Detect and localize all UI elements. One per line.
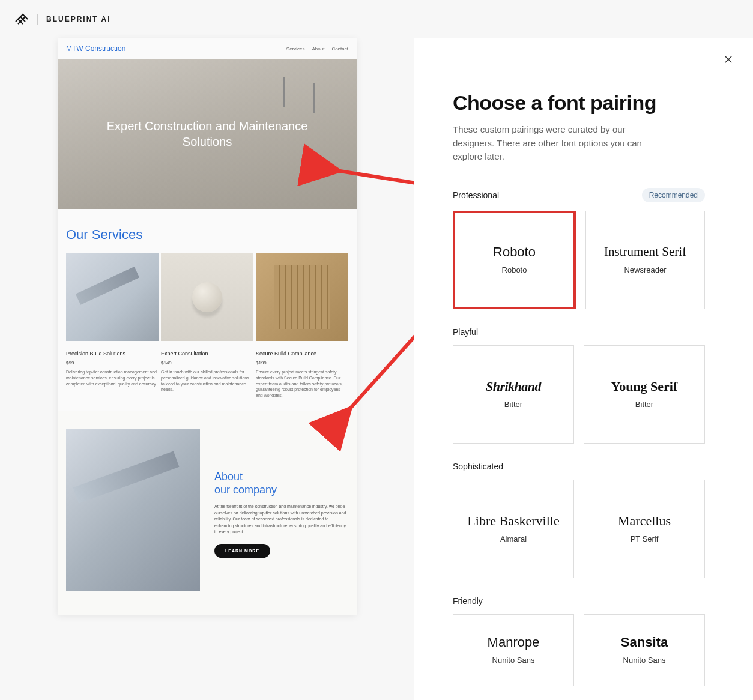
category-sophisticated-label: Sophisticated (453, 462, 503, 471)
font-card-libre-baskerville[interactable]: Libre Baskerville Almarai (453, 480, 574, 578)
panel-subtitle: These custom pairings were curated by ou… (453, 123, 669, 164)
services-section: Our Services Precision Build Solutions $… (58, 209, 357, 411)
service-name: Precision Build Solutions (66, 351, 159, 357)
font-body: Bitter (504, 400, 522, 409)
services-heading: Our Services (66, 227, 348, 243)
brand-label: BLUEPRINT AI (46, 15, 111, 23)
font-card-shrikhand[interactable]: Shrikhand Bitter (453, 345, 574, 444)
site-nav: Services About Contact (286, 46, 348, 52)
service-card: Secure Build Compliance $199 Ensure ever… (256, 253, 348, 399)
service-price: $99 (66, 360, 159, 366)
font-pairing-panel: Choose a font pairing These custom pairi… (414, 38, 753, 700)
squarespace-logo-icon (14, 12, 29, 26)
nav-services: Services (286, 46, 305, 52)
font-heading: Shrikhand (486, 379, 541, 394)
service-desc: Delivering top-tier construction managem… (66, 369, 159, 387)
app-header: BLUEPRINT AI (0, 0, 753, 38)
site-logo: MTW Construction (66, 44, 126, 53)
about-image (66, 429, 200, 591)
preview-area: MTW Construction Services About Contact … (0, 38, 414, 700)
font-body: Almarai (500, 534, 527, 543)
service-name: Secure Build Compliance (256, 351, 348, 357)
service-image (256, 253, 348, 341)
service-desc: Get in touch with our skilled profession… (161, 369, 253, 393)
font-body: PT Serif (631, 534, 659, 543)
header-divider (37, 14, 38, 25)
website-preview: MTW Construction Services About Contact … (58, 38, 357, 615)
font-card-instrument-serif[interactable]: Instrument Serif Newsreader (585, 211, 705, 309)
about-paragraph: At the forefront of the construction and… (214, 504, 348, 536)
font-heading: Roboto (493, 245, 536, 259)
font-body: Bitter (635, 400, 653, 409)
site-header: MTW Construction Services About Contact (58, 38, 357, 59)
font-body: Nunito Sans (623, 656, 666, 665)
category-friendly-label: Friendly (453, 596, 483, 606)
hero-title: Expert Construction and Maintenance Solu… (93, 118, 321, 149)
nav-about: About (312, 46, 325, 52)
font-card-manrope[interactable]: Manrope Nunito Sans (453, 614, 574, 686)
font-heading: Libre Baskerville (467, 514, 559, 528)
font-card-roboto[interactable]: Roboto Roboto (453, 211, 576, 309)
recommended-badge: Recommended (642, 188, 705, 202)
service-price: $149 (161, 360, 253, 366)
service-desc: Ensure every project meets stringent saf… (256, 369, 348, 399)
panel-title: Choose a font pairing (453, 91, 705, 115)
nav-contact: Contact (331, 46, 348, 52)
service-image (161, 253, 253, 341)
about-section: About our company At the forefront of th… (58, 411, 357, 615)
learn-more-button: LEARN MORE (214, 544, 270, 558)
font-heading: Manrope (488, 635, 540, 650)
font-heading: Young Serif (611, 379, 678, 394)
about-heading: About our company (214, 471, 348, 496)
hero-section: Expert Construction and Maintenance Solu… (58, 59, 357, 209)
service-name: Expert Consultation (161, 351, 253, 357)
font-card-young-serif[interactable]: Young Serif Bitter (584, 345, 705, 444)
category-professional-label: Professional (453, 190, 499, 200)
font-body: Newsreader (624, 265, 666, 274)
font-card-sansita[interactable]: Sansita Nunito Sans (584, 614, 705, 686)
service-price: $199 (256, 360, 348, 366)
service-image (66, 253, 159, 341)
font-heading: Marcellus (618, 514, 671, 528)
font-card-marcellus[interactable]: Marcellus PT Serif (584, 480, 705, 578)
service-card: Expert Consultation $149 Get in touch wi… (161, 253, 253, 399)
font-heading: Instrument Serif (604, 245, 686, 259)
font-heading: Sansita (621, 635, 668, 650)
font-body: Roboto (502, 265, 527, 274)
service-card: Precision Build Solutions $99 Delivering… (66, 253, 159, 399)
category-playful-label: Playful (453, 327, 478, 337)
font-body: Nunito Sans (492, 656, 535, 665)
close-button[interactable] (723, 54, 734, 67)
